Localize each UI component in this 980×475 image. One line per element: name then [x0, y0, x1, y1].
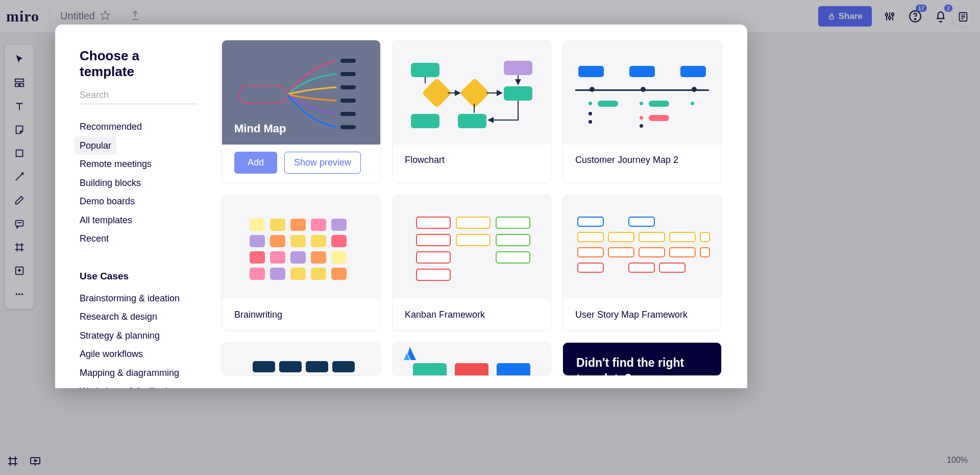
card-preview [393, 343, 551, 375]
bw-cell-icon [250, 235, 265, 247]
box-icon [413, 363, 447, 375]
mindmap-tick-icon [340, 72, 356, 76]
jm-smdot-icon [640, 124, 643, 128]
usecase-strategy[interactable]: Strategy & planning [75, 326, 165, 345]
jm-dot-icon [590, 87, 595, 92]
card-actions: Add Show preview [222, 145, 380, 183]
atlassian-icon [402, 346, 418, 361]
bw-cell-icon [290, 251, 306, 264]
bw-cell-icon [331, 219, 347, 231]
kb-pill-icon [496, 234, 530, 246]
box-icon [455, 363, 488, 375]
template-card-partial-1[interactable] [222, 342, 381, 376]
us-pill-icon [669, 232, 696, 242]
bw-cell-icon [311, 268, 326, 280]
category-recent[interactable]: Recent [75, 229, 114, 248]
jm-smdot-icon [589, 112, 592, 115]
bw-cell-icon [290, 268, 306, 280]
template-card-mindmap[interactable]: Mind Map Add Show preview [222, 40, 381, 183]
us-pill-icon [577, 263, 604, 273]
template-card-userstory[interactable]: User Story Map Framework [562, 195, 722, 331]
kb-pill-icon [416, 269, 451, 281]
us-pill-icon [628, 263, 655, 273]
us-pill-icon [577, 232, 604, 242]
us-pill-icon [628, 217, 655, 227]
category-popular[interactable]: Popular [75, 136, 116, 155]
bw-cell-icon [331, 235, 347, 247]
show-preview-button[interactable]: Show preview [284, 152, 361, 174]
bw-cell-icon [270, 268, 285, 280]
us-pill-icon [577, 247, 604, 257]
category-recommended[interactable]: Recommended [75, 117, 147, 136]
card-preview-title: Mind Map [234, 122, 286, 135]
jm-pill-icon [598, 101, 618, 107]
usecase-research[interactable]: Research & design [75, 307, 162, 326]
bw-cell-icon [290, 235, 306, 247]
card-preview [563, 195, 721, 299]
template-card-flowchart[interactable]: Flowchart [392, 40, 551, 183]
jm-smdot-icon [691, 102, 694, 105]
bw-cell-icon [311, 219, 326, 231]
template-cta-card[interactable]: Didn't find the right template? [562, 342, 722, 376]
bw-cell-icon [250, 268, 265, 280]
search-input[interactable] [80, 90, 197, 101]
template-card-journeymap[interactable]: Customer Journey Map 2 [562, 40, 722, 183]
fc-arrows-icon [393, 40, 551, 145]
pill-icon [306, 361, 328, 372]
bw-cell-icon [331, 251, 347, 264]
jm-pill-icon [649, 115, 669, 121]
mindmap-tick-icon [340, 59, 356, 63]
jm-box-icon [578, 66, 604, 77]
jm-smdot-icon [640, 102, 643, 105]
category-all-templates[interactable]: All templates [75, 211, 137, 230]
category-list: Recommended Popular Remote meetings Buil… [80, 117, 197, 248]
mindmap-tick-icon [340, 112, 356, 116]
mindmap-tick-icon [340, 125, 356, 129]
template-card-brainwriting[interactable]: Brainwriting [222, 195, 381, 331]
jm-box-icon [629, 66, 655, 77]
usecase-workshops[interactable]: Workshops & facilitation [75, 382, 183, 388]
card-title: Kanban Framework [393, 299, 551, 330]
template-card-partial-2[interactable] [392, 342, 551, 376]
pill-icon [253, 361, 275, 372]
us-pill-icon [700, 247, 710, 257]
us-pill-icon [659, 263, 685, 273]
bw-cell-icon [270, 219, 285, 231]
pill-icon [279, 361, 302, 372]
add-button[interactable]: Add [234, 152, 277, 174]
category-remote-meetings[interactable]: Remote meetings [75, 155, 157, 174]
bw-cell-icon [250, 219, 265, 231]
card-preview: Mind Map [222, 40, 380, 145]
kb-pill-icon [496, 251, 530, 264]
jm-smdot-icon [640, 116, 643, 120]
jm-dot-icon [641, 87, 646, 92]
us-pill-icon [639, 232, 665, 242]
card-title: Customer Journey Map 2 [563, 145, 721, 176]
jm-dot-icon [692, 87, 697, 92]
mindmap-tick-icon [340, 85, 356, 89]
kb-pill-icon [416, 234, 451, 246]
kb-pill-icon [456, 234, 491, 246]
usecase-mapping[interactable]: Mapping & diagramming [75, 364, 184, 383]
bw-cell-icon [250, 251, 265, 264]
category-building-blocks[interactable]: Building blocks [75, 174, 146, 193]
bw-cell-icon [270, 235, 285, 247]
bw-cell-icon [290, 219, 306, 231]
card-title: Flowchart [393, 145, 551, 176]
jm-smdot-icon [589, 102, 592, 105]
category-demo-boards[interactable]: Demo boards [75, 192, 140, 211]
use-cases-list: Brainstorming & ideation Research & desi… [80, 289, 197, 389]
usecase-brainstorming[interactable]: Brainstorming & ideation [75, 289, 185, 308]
card-preview [393, 195, 551, 299]
template-card-kanban[interactable]: Kanban Framework [392, 195, 551, 331]
usecase-agile[interactable]: Agile workflows [75, 345, 148, 364]
cta-text: Didn't find the right template? [576, 355, 708, 375]
jm-box-icon [680, 66, 706, 77]
bw-cell-icon [331, 268, 347, 280]
card-preview [563, 40, 721, 145]
box-icon [497, 363, 530, 375]
modal-title: Choose a template [80, 48, 197, 80]
us-pill-icon [639, 247, 665, 257]
card-title: User Story Map Framework [563, 299, 721, 330]
card-title: Brainwriting [222, 299, 380, 330]
